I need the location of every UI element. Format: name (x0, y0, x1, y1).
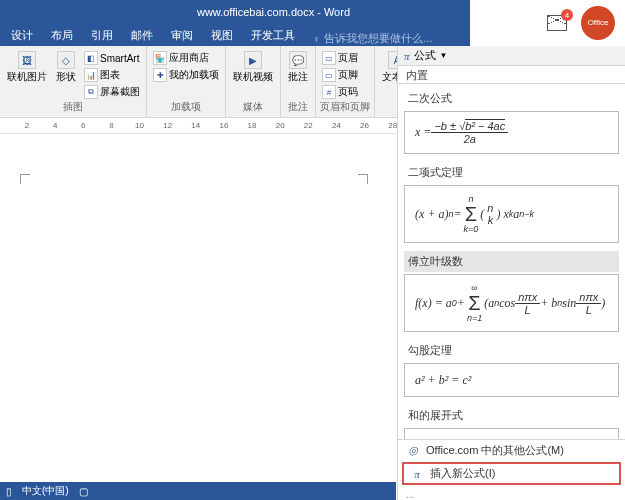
page-margin-marker (20, 174, 30, 184)
equation-panel: π 公式 ▼ 内置 二次公式 x = −b ± √b² − 4ac2a 二项式定… (397, 46, 625, 500)
equation-expansion[interactable]: 和的展开式 (1 + x)n = 1 + nx1! + n(n−1)x²2! +… (404, 405, 619, 439)
ribbon-group-media: ▶联机视频 媒体 (226, 46, 281, 117)
document-title: www.officebai.com.docx - Word (0, 6, 547, 18)
ribbon-group-addins: 🏪应用商店 ✚我的加载项 加载项 (147, 46, 226, 117)
status-icon: ▯ (6, 486, 12, 497)
office-icon: ◎ (406, 444, 420, 458)
pi-icon: π (410, 467, 424, 481)
tab-view[interactable]: 视图 (202, 25, 242, 46)
page-number-button[interactable]: #页码 (320, 84, 360, 100)
external-toolbar: 4 Office (470, 0, 625, 46)
equation-quadratic[interactable]: 二次公式 x = −b ± √b² − 4ac2a (404, 88, 619, 154)
status-bar: ▯ 中文(中国) ▢ (0, 482, 396, 500)
status-icon2: ▢ (79, 486, 88, 497)
tab-mailings[interactable]: 邮件 (122, 25, 162, 46)
chart-button[interactable]: 📊图表 (82, 67, 142, 83)
equation-binomial[interactable]: 二项式定理 (x + a)n = nΣk=0(nk) xkan−k (404, 162, 619, 243)
tab-design[interactable]: 设计 (2, 25, 42, 46)
tab-references[interactable]: 引用 (82, 25, 122, 46)
mail-badge: 4 (561, 9, 573, 21)
equation-fourier[interactable]: 傅立叶级数 f(x) = a0 + ∞Σn=1(an cosnπxL + bn … (404, 251, 619, 332)
insert-new-equation[interactable]: π插入新公式(I) (402, 462, 621, 485)
equation-category: 内置 (398, 66, 625, 84)
footer-button[interactable]: ▭页脚 (320, 67, 360, 83)
tab-layout[interactable]: 布局 (42, 25, 82, 46)
equation-list: 二次公式 x = −b ± √b² − 4ac2a 二项式定理 (x + a)n… (398, 84, 625, 439)
page-margin-marker (358, 174, 368, 184)
header-button[interactable]: ▭页眉 (320, 50, 360, 66)
dropdown-icon: ▼ (440, 51, 448, 60)
document-area[interactable] (0, 134, 396, 482)
status-language[interactable]: 中文(中国) (22, 484, 69, 498)
store-button[interactable]: 🏪应用商店 (151, 50, 221, 66)
ribbon-group-comments: 💬批注 批注 (281, 46, 316, 117)
my-addins-button[interactable]: ✚我的加载项 (151, 67, 221, 83)
pi-icon: π (404, 50, 410, 62)
mail-button[interactable]: 4 (547, 15, 567, 31)
comment-button[interactable]: 💬批注 (285, 50, 311, 85)
tab-developer[interactable]: 开发工具 (242, 25, 304, 46)
online-video-button[interactable]: ▶联机视频 (230, 50, 276, 85)
equation-pythagoras[interactable]: 勾股定理 a² + b² = c² (404, 340, 619, 397)
office-badge[interactable]: Office (581, 6, 615, 40)
screenshot-button[interactable]: ⧉屏幕截图 (82, 84, 142, 100)
equation-panel-footer: ◎Office.com 中的其他公式(M) π插入新公式(I) ... (398, 439, 625, 500)
ribbon-group-illustrations: 🖼联机图片 ◇形状 ◧SmartArt 📊图表 ⧉屏幕截图 插图 (0, 46, 147, 117)
shapes-button[interactable]: ◇形状 (53, 50, 79, 85)
equation-panel-header[interactable]: π 公式 ▼ (398, 46, 625, 66)
bulb-icon: ♀ (312, 33, 320, 45)
more-equations-link[interactable]: ◎Office.com 中的其他公式(M) (398, 440, 625, 461)
tab-review[interactable]: 审阅 (162, 25, 202, 46)
equation-extra[interactable]: ... (398, 486, 625, 500)
online-pictures-button[interactable]: 🖼联机图片 (4, 50, 50, 85)
ribbon-group-header-footer: ▭页眉 ▭页脚 #页码 页眉和页脚 (316, 46, 375, 117)
smartart-button[interactable]: ◧SmartArt (82, 50, 142, 66)
